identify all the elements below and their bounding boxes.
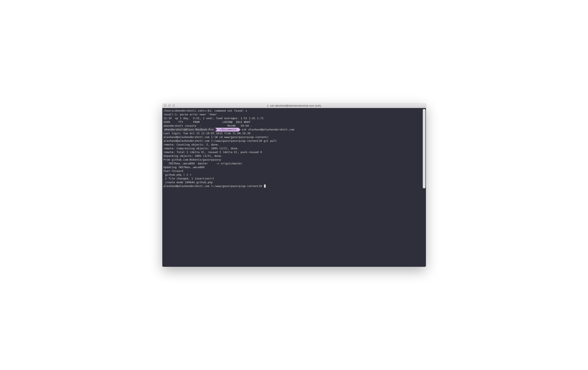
output-line: github.php | 1 + — [164, 173, 425, 177]
output-line: 12:10 up 1 day, 5:51, 1 user, load avera… — [164, 116, 425, 120]
window-title: 1. ssh alexhend@alexhendershott.com (ssh… — [267, 104, 321, 107]
traffic-lights — [164, 104, 175, 107]
prompt-user-segment: ahendershott@Alexs-MacBook-Pro — [164, 128, 215, 131]
output-line: Last login: Tue Oct 13 11:10:03 2015 fro… — [164, 131, 425, 135]
close-button[interactable] — [164, 104, 167, 107]
terminal-window: 1. ssh alexhend@alexhendershott.com (ssh… — [162, 103, 426, 267]
output-line: /Users/ahendershott/.zshrc:61: command n… — [164, 109, 425, 113]
output-line: 1 file changed, 1 insertion(+) — [164, 177, 425, 180]
powerline-prompt: ahendershott@Alexs-MacBook-Pro ~/Documen… — [164, 128, 425, 131]
output-line: (eval):1: parse error near `then' — [164, 113, 425, 116]
output-line: remote: Compressing objects: 100% (2/2),… — [164, 147, 425, 150]
output-line: ahendershott console - Mon06 29:50 - — [164, 124, 425, 128]
output-line: Fast-forward — [164, 169, 425, 173]
output-line: remote: Total 3 (delta 0), reused 3 (del… — [164, 150, 425, 154]
active-prompt-line: alexhend@alexhendershott.com [~/www/gazo… — [164, 184, 425, 188]
minimize-button[interactable] — [168, 104, 171, 107]
prompt-text: alexhend@alexhendershott.com [~/www/gazo… — [164, 184, 263, 188]
terminal-content[interactable]: /Users/ahendershott/.zshrc:61: command n… — [162, 108, 426, 267]
prompt-command: ssh alexhend@alexhendershott.com — [239, 128, 294, 131]
cursor — [264, 184, 266, 188]
window-titlebar[interactable]: 1. ssh alexhend@alexhendershott.com (ssh… — [162, 103, 426, 108]
output-line: alexhend@alexhendershott.com [~]# cd www… — [164, 135, 425, 139]
zoom-button[interactable] — [172, 104, 175, 107]
prompt-path-segment: ~/Documents — [215, 128, 239, 131]
output-line: alexhend@alexhendershott.com [~/www/gazo… — [164, 139, 425, 143]
output-line: Unpacking objects: 100% (3/3), done. — [164, 154, 425, 158]
output-line: USER TTY FROM LOGIN@ IDLE WHAT — [164, 120, 425, 124]
output-line: From github.com:RoketCo/gazorpazorp — [164, 158, 425, 162]
output-line: 78576ea..aeca89d master -> origin/master — [164, 162, 425, 165]
output-line: Updating 78576ea..aeca89d — [164, 165, 425, 169]
output-line: remote: Counting objects: 3, done. — [164, 143, 425, 147]
scrollbar[interactable] — [423, 109, 425, 189]
output-line: create mode 100644 github.php — [164, 180, 425, 184]
